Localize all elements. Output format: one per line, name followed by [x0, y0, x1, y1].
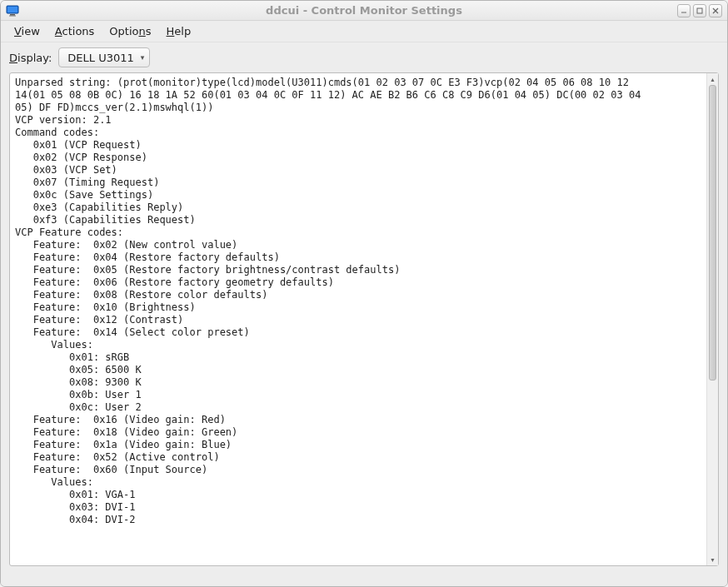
close-button[interactable] — [709, 4, 722, 17]
window-title: ddcui - Control Monitor Settings — [1, 4, 727, 17]
display-selected: DELL U3011 — [67, 52, 133, 64]
menu-view[interactable]: View — [7, 22, 47, 40]
menu-label: Actions — [55, 25, 95, 37]
svg-rect-3 — [9, 15, 16, 16]
app-icon — [6, 4, 19, 17]
svg-rect-1 — [7, 7, 17, 12]
menubar: View Actions Options Help — [1, 21, 727, 42]
menu-actions[interactable]: Actions — [48, 22, 102, 40]
display-combobox[interactable]: DELL U3011 ▾ — [58, 47, 150, 67]
app-window: ddcui - Control Monitor Settings View Ac… — [0, 0, 728, 587]
scroll-down-button[interactable]: ▾ — [707, 554, 718, 565]
svg-rect-5 — [697, 8, 702, 13]
maximize-button[interactable] — [693, 4, 706, 17]
menu-label: View — [14, 25, 40, 37]
titlebar: ddcui - Control Monitor Settings — [1, 1, 727, 21]
menu-options[interactable]: Options — [102, 22, 157, 40]
capabilities-text[interactable]: Unparsed string: (prot(monitor)type(lcd)… — [10, 73, 706, 565]
menu-label: Help — [167, 25, 192, 37]
display-label: Display: — [9, 52, 52, 64]
content-area: Unparsed string: (prot(monitor)type(lcd)… — [1, 72, 727, 575]
scroll-thumb[interactable] — [709, 85, 716, 381]
statusbar — [1, 575, 727, 586]
menu-help[interactable]: Help — [160, 22, 198, 40]
svg-rect-2 — [10, 14, 15, 16]
scroll-up-button[interactable]: ▴ — [707, 73, 718, 85]
toolbar: Display: DELL U3011 ▾ — [1, 42, 727, 72]
chevron-down-icon: ▾ — [141, 53, 145, 62]
menu-label: Options — [109, 25, 151, 37]
scrollbar-vertical[interactable]: ▴ ▾ — [706, 73, 718, 565]
capabilities-panel: Unparsed string: (prot(monitor)type(lcd)… — [9, 72, 719, 566]
minimize-button[interactable] — [677, 4, 691, 17]
